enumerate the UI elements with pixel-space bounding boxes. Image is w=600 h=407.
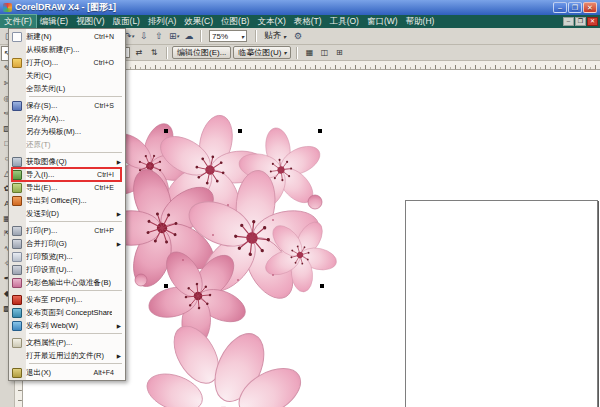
corel-online-icon[interactable]: ☁: [182, 29, 196, 43]
file-menu-item[interactable]: 导入(I)...Ctrl+I: [10, 168, 124, 181]
file-menu-item[interactable]: 获取图像(Q)▶: [10, 155, 124, 168]
menubar-item[interactable]: 表格(T): [290, 15, 326, 28]
selection-handle[interactable]: [318, 129, 322, 133]
file-menu-item[interactable]: 打开(O)...Ctrl+O: [10, 56, 124, 69]
crop-bitmap-icon[interactable]: ◫: [317, 46, 331, 60]
selection-handle[interactable]: [164, 284, 168, 288]
file-menu-item[interactable]: 全部关闭(L): [10, 82, 124, 95]
menu-item-label: 合并打印(G): [26, 239, 111, 249]
menu-item-label: 打开(O)...: [26, 58, 91, 68]
import-icon: [12, 170, 22, 180]
file-menu-item[interactable]: 从模板新建(F)...: [10, 43, 124, 56]
file-menu-item[interactable]: 新建(N)Ctrl+N: [10, 30, 124, 43]
menubar-item[interactable]: 效果(C): [180, 15, 217, 28]
menu-item-shortcut: Ctrl+P: [94, 227, 114, 234]
file-menu-item[interactable]: 文档属性(P)...: [10, 336, 124, 349]
maximize-button[interactable]: ❐: [568, 2, 582, 13]
zoom-level-combo[interactable]: 75%: [209, 30, 247, 42]
file-menu-item[interactable]: 发布至 PDF(H)...: [10, 293, 124, 306]
menu-item-label: 打印(P)...: [26, 226, 91, 236]
edit-bitmap-button[interactable]: 编辑位图(E)...: [172, 46, 231, 59]
file-menu-item[interactable]: 打印设置(U)...: [10, 263, 124, 276]
trace-bitmap-label: 临摹位图(U): [238, 47, 281, 58]
chevron-down-icon: [283, 48, 286, 57]
menu-separator: [29, 333, 122, 334]
no-icon: [12, 127, 22, 137]
no-icon: [12, 71, 22, 81]
menu-item-shortcut: Ctrl+O: [94, 59, 114, 66]
file-menu-item[interactable]: 合并打印(G)▶: [10, 237, 124, 250]
file-menu-item[interactable]: 另存为模板(M)...: [10, 125, 124, 138]
file-menu-item[interactable]: 发送到(D)▶: [10, 207, 124, 220]
menu-item-label: 发送到(D): [26, 209, 111, 219]
menubar-item[interactable]: 编辑(E): [36, 15, 72, 28]
menubar-item[interactable]: 文本(X): [253, 15, 289, 28]
doc-close-button[interactable]: ✕: [587, 17, 598, 26]
resample-bitmap-icon[interactable]: ▦: [302, 46, 316, 60]
doc-minimize-button[interactable]: –: [563, 17, 574, 26]
no-icon: [12, 114, 22, 124]
file-menu-item[interactable]: 保存(S)...Ctrl+S: [10, 99, 124, 112]
menubar-item[interactable]: 位图(B): [217, 15, 253, 28]
menu-item-label: 退出(X): [26, 368, 91, 378]
submenu-arrow-icon: ▶: [114, 241, 121, 247]
menubar-item[interactable]: 排列(A): [144, 15, 180, 28]
options-gear-icon[interactable]: ⚙: [291, 29, 305, 43]
menu-item-label: 打印设置(U)...: [26, 265, 111, 275]
menubar-item[interactable]: 窗口(W): [363, 15, 402, 28]
dropdown-arrow-icon: ▾: [132, 33, 135, 39]
minimize-button[interactable]: –: [553, 2, 567, 13]
file-menu-item[interactable]: 关闭(C): [10, 69, 124, 82]
menu-item-label: 打印预览(R)...: [26, 252, 111, 262]
mirror-buttons: ⇄⇅: [132, 46, 161, 60]
menubar-item[interactable]: 文件(F): [0, 15, 36, 28]
menu-item-label: 另存为模板(M)...: [26, 127, 111, 137]
open-folder-icon: [12, 58, 22, 68]
selection-handle[interactable]: [320, 284, 324, 288]
prepare-icon: [12, 278, 22, 288]
web-icon: [12, 321, 22, 331]
menu-item-label: 文档属性(P)...: [26, 338, 111, 348]
menubar-item[interactable]: 帮助(H): [402, 15, 439, 28]
menubar-item[interactable]: 工具(O): [326, 15, 363, 28]
file-menu-item[interactable]: 导出(E)...Ctrl+E: [10, 181, 124, 194]
menu-item-label: 另存为(A)...: [26, 114, 111, 124]
print-setup-icon: [12, 265, 22, 275]
menubar: 文件(F)编辑(E)视图(V)版面(L)排列(A)效果(C)位图(B)文本(X)…: [0, 15, 600, 28]
no-icon: [12, 209, 22, 219]
menu-item-label: 导出到 Office(R)...: [26, 196, 111, 206]
no-icon: [12, 45, 22, 55]
new-page-icon: [12, 32, 22, 42]
doc-restore-button[interactable]: ❐: [575, 17, 586, 26]
file-menu-item[interactable]: 打开最近用过的文件(R)▶: [10, 349, 124, 362]
file-menu-item[interactable]: 发布到 Web(W)▶: [10, 319, 124, 332]
toolbar-separator: [296, 47, 297, 59]
file-menu-item[interactable]: 另存为(A)...: [10, 112, 124, 125]
trace-bitmap-button[interactable]: 临摹位图(U): [233, 46, 291, 59]
menubar-item[interactable]: 视图(V): [72, 15, 108, 28]
menubar-item[interactable]: 版面(L): [109, 15, 144, 28]
selection-handle[interactable]: [164, 129, 168, 133]
file-menu-item[interactable]: 发布页面到 ConceptShare(T)...: [10, 306, 124, 319]
selection-handle[interactable]: [238, 129, 242, 133]
mirror-vertical-icon[interactable]: ⇅: [147, 46, 161, 60]
mirror-horizontal-icon[interactable]: ⇄: [132, 46, 146, 60]
export-icon[interactable]: ⇧: [152, 29, 166, 43]
bitmap-options-icon[interactable]: ⊞: [332, 46, 346, 60]
coreldraw-window: CorelDRAW X4 - [图形1] –❐✕ 文件(F)编辑(E)视图(V)…: [0, 0, 600, 407]
file-menu-item[interactable]: 退出(X)Alt+F4: [10, 366, 124, 379]
office-icon: [12, 196, 22, 206]
file-menu-item[interactable]: 打印预览(R)...: [10, 250, 124, 263]
snap-to-button[interactable]: 贴齐: [260, 30, 290, 43]
pdf-icon: [12, 295, 22, 305]
file-menu-item[interactable]: 打印(P)...Ctrl+P: [10, 224, 124, 237]
file-menu-item[interactable]: 导出到 Office(R)...: [10, 194, 124, 207]
coreldraw-logo-icon: [3, 3, 12, 12]
submenu-arrow-icon: ▶: [114, 353, 121, 359]
file-menu: 新建(N)Ctrl+N从模板新建(F)...打开(O)...Ctrl+O关闭(C…: [8, 28, 126, 381]
import-icon[interactable]: ⇩: [137, 29, 151, 43]
file-menu-item[interactable]: 为彩色输出中心做准备(B)...: [10, 276, 124, 289]
menu-item-label: 发布页面到 ConceptShare(T)...: [26, 308, 112, 318]
application-launcher-icon[interactable]: ⊞▾: [167, 29, 181, 43]
close-button[interactable]: ✕: [583, 2, 597, 13]
